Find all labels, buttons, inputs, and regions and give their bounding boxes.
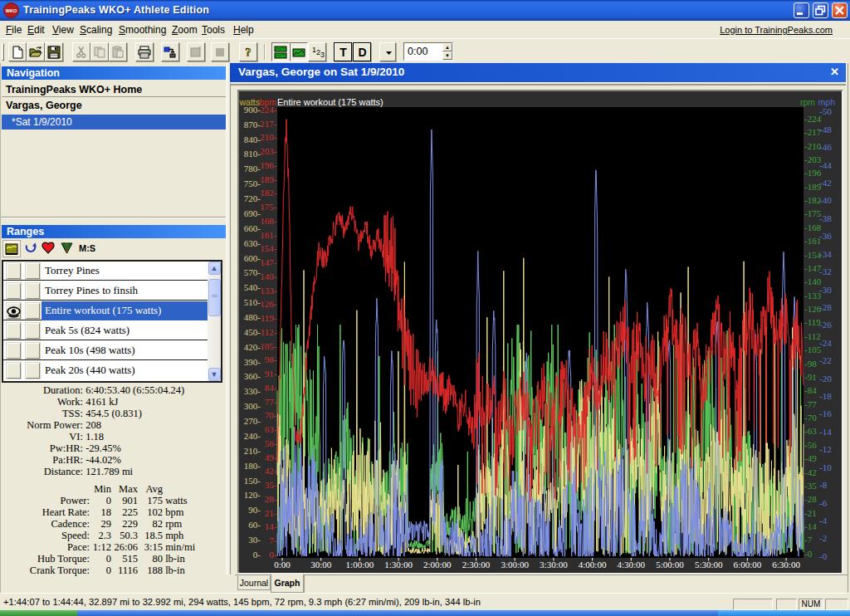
svg-text:-70: -70 <box>804 413 817 423</box>
svg-text:-10: -10 <box>819 462 832 472</box>
svg-text:rpm: rpm <box>800 97 815 107</box>
svg-text:-28: -28 <box>819 302 832 312</box>
svg-text:90-: 90- <box>248 505 261 515</box>
svg-text:196-: 196- <box>260 160 277 170</box>
svg-text:240-: 240- <box>244 431 261 441</box>
svg-text:450-: 450- <box>244 327 261 337</box>
svg-text:3:30:00: 3:30:00 <box>540 560 568 570</box>
svg-text:6:00:00: 6:00:00 <box>734 560 762 570</box>
svg-text:-112: -112 <box>804 331 821 341</box>
svg-text:-56: -56 <box>804 440 817 450</box>
svg-text:1:00:00: 1:00:00 <box>346 560 374 570</box>
svg-text:168-: 168- <box>260 216 277 226</box>
svg-text:175-: 175- <box>260 202 277 212</box>
svg-text:105-: 105- <box>260 341 277 351</box>
svg-text:-98: -98 <box>804 359 817 369</box>
svg-text:420-: 420- <box>244 342 261 352</box>
svg-text:217-: 217- <box>260 119 277 129</box>
svg-text:84-: 84- <box>265 383 277 393</box>
svg-text:189-: 189- <box>260 174 277 184</box>
svg-text:-32: -32 <box>819 266 832 276</box>
svg-text:480-: 480- <box>244 312 261 322</box>
svg-text:1:30:00: 1:30:00 <box>384 560 413 570</box>
svg-text:-24: -24 <box>819 338 832 348</box>
svg-text:7-: 7- <box>269 535 277 545</box>
svg-text:660-: 660- <box>244 223 261 233</box>
svg-text:750-: 750- <box>244 178 261 188</box>
svg-text:-0: -0 <box>819 551 828 561</box>
svg-text:870-: 870- <box>244 120 261 130</box>
svg-text:119-: 119- <box>261 313 277 323</box>
svg-text:-14: -14 <box>819 427 832 437</box>
svg-text:63-: 63- <box>265 424 277 434</box>
svg-text:-8: -8 <box>819 480 828 490</box>
svg-text:60-: 60- <box>248 520 261 530</box>
svg-text:540-: 540- <box>244 282 261 292</box>
svg-text:2:30:00: 2:30:00 <box>462 560 491 570</box>
svg-text:6:30:00: 6:30:00 <box>772 560 800 570</box>
svg-text:-28: -28 <box>804 494 817 504</box>
svg-text:360-: 360- <box>244 371 261 381</box>
svg-text:-12: -12 <box>819 444 832 454</box>
svg-text:30-: 30- <box>248 535 261 545</box>
svg-text:-84: -84 <box>804 385 817 395</box>
svg-text:224-: 224- <box>260 105 277 115</box>
svg-text:126-: 126- <box>260 299 277 309</box>
svg-text:-0: -0 <box>804 549 813 559</box>
svg-text:630-: 630- <box>244 238 261 248</box>
svg-text:-14: -14 <box>804 521 817 531</box>
svg-text:0-: 0- <box>253 550 261 560</box>
svg-text:28-: 28- <box>265 494 277 504</box>
svg-text:510-: 510- <box>244 297 261 307</box>
svg-text:-42: -42 <box>804 467 817 477</box>
svg-text:D: D <box>358 46 366 59</box>
svg-text:-91: -91 <box>804 372 817 382</box>
svg-text:42-: 42- <box>265 466 277 476</box>
svg-text:147-: 147- <box>260 257 277 267</box>
svg-text:4:00:00: 4:00:00 <box>579 560 607 570</box>
svg-text:-18: -18 <box>819 391 832 401</box>
svg-text:-49: -49 <box>804 453 817 463</box>
svg-text:-20: -20 <box>819 374 832 384</box>
svg-text:-35: -35 <box>804 481 817 491</box>
svg-text:91-: 91- <box>265 369 277 379</box>
svg-text:112-: 112- <box>261 327 277 337</box>
svg-text:T: T <box>340 46 347 59</box>
svg-text:2:00:00: 2:00:00 <box>423 560 452 570</box>
svg-text:-7: -7 <box>804 535 813 545</box>
svg-text:-36: -36 <box>819 231 832 241</box>
svg-text:3:00:00: 3:00:00 <box>501 560 529 570</box>
svg-text:-50: -50 <box>819 106 832 116</box>
svg-text:203-: 203- <box>260 146 277 156</box>
svg-text:150-: 150- <box>244 476 261 486</box>
svg-text:-2: -2 <box>819 533 827 543</box>
svg-text:-46: -46 <box>819 142 832 152</box>
svg-text:180-: 180- <box>244 461 261 471</box>
svg-text:840-: 840- <box>244 134 261 144</box>
svg-text:5:30:00: 5:30:00 <box>695 560 723 570</box>
svg-text:0-: 0- <box>269 550 277 560</box>
svg-text:70-: 70- <box>265 410 277 420</box>
svg-text:0:00: 0:00 <box>274 560 291 570</box>
svg-text:210-: 210- <box>244 446 261 456</box>
svg-text:WKO: WKO <box>6 8 17 13</box>
svg-text:98-: 98- <box>265 354 277 364</box>
svg-text:35-: 35- <box>265 480 277 490</box>
svg-text:120-: 120- <box>244 490 261 500</box>
svg-text:?: ? <box>246 46 252 59</box>
svg-text:-21: -21 <box>804 508 817 518</box>
svg-text:-6: -6 <box>819 498 828 508</box>
svg-text:-63: -63 <box>804 426 817 436</box>
svg-text:600-: 600- <box>244 253 261 263</box>
svg-text:-38: -38 <box>819 213 832 223</box>
svg-text:mph: mph <box>818 97 836 107</box>
svg-text:210-: 210- <box>260 132 277 142</box>
svg-text:-16: -16 <box>819 408 832 418</box>
svg-text:-44: -44 <box>819 160 832 170</box>
svg-text:300-: 300- <box>244 401 261 411</box>
svg-text:810-: 810- <box>244 149 261 159</box>
svg-text:49-: 49- <box>265 452 277 462</box>
svg-text:4:30:00: 4:30:00 <box>617 560 645 570</box>
svg-text:154-: 154- <box>260 243 277 253</box>
svg-text:161-: 161- <box>260 230 277 240</box>
